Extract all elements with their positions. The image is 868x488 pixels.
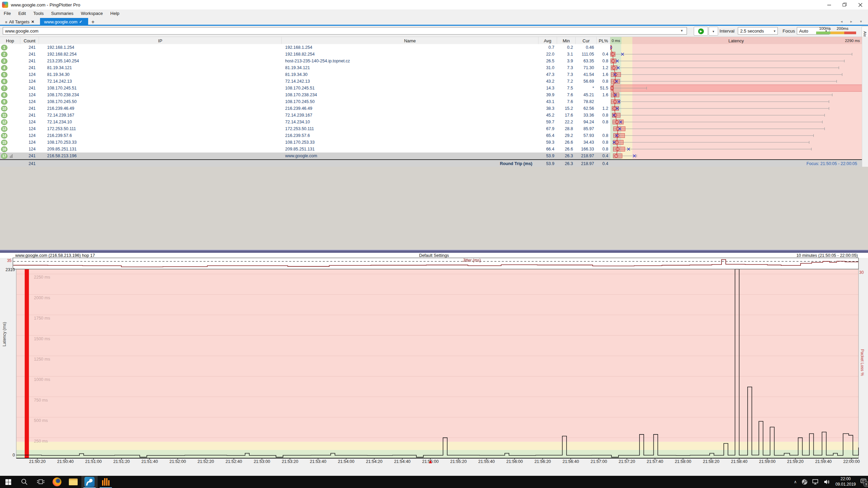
avg-cell: 59.7	[538, 119, 557, 125]
name-cell: 209.85.251.131	[282, 146, 538, 152]
windows-logo-icon	[5, 479, 11, 485]
name-cell: 108.170.253.33	[282, 139, 538, 146]
col-latency[interactable]: 0 ms Latency 2290 ms	[610, 37, 862, 44]
count-cell: 241	[20, 152, 39, 159]
x-tick-label: 21:57:40	[647, 459, 663, 464]
svg-text:1500 ms: 1500 ms	[34, 337, 50, 341]
hop-row-10[interactable]: 10241216.239.46.49216.239.46.4938.315.26…	[0, 105, 862, 112]
tab-all-targets-label: All Targets	[9, 19, 29, 24]
hop-row-6[interactable]: 612472.14.242.1372.14.242.1343.27.256.69…	[0, 78, 862, 85]
tray-chevron-icon[interactable]: ∧	[794, 480, 797, 484]
hop-row-17[interactable]: 17241216.58.213.196www.google.com53.926.…	[0, 152, 862, 159]
taskbar-explorer-button[interactable]	[65, 476, 81, 488]
min-cell: 26.3	[557, 152, 576, 159]
pl-cell	[597, 44, 610, 51]
col-ip[interactable]: IP	[39, 37, 282, 44]
hop-row-9[interactable]: 9124108.170.245.50108.170.245.5043.17.67…	[0, 98, 862, 105]
hop-row-14[interactable]: 14124216.239.57.6216.239.57.665.429.257.…	[0, 132, 862, 139]
firefox-icon	[53, 477, 61, 486]
timeline-graph[interactable]: 2250 ms2000 ms1750 ms1500 ms1250 ms1000 …	[0, 253, 868, 468]
pl-cell: 51.5	[597, 85, 610, 92]
play-dropdown-button[interactable]: ▾	[709, 27, 718, 36]
hop-row-13[interactable]: 13124172.253.50.111172.253.50.11167.928.…	[0, 125, 862, 132]
hop-cell: 17	[0, 152, 20, 159]
pl-cell	[597, 125, 610, 132]
hop-cell: 11	[0, 112, 20, 119]
action-center-button[interactable]: 3	[861, 479, 867, 485]
ip-cell: 172.253.50.111	[39, 125, 282, 132]
close-button[interactable]	[852, 0, 868, 9]
cur-cell: 57.93	[576, 132, 597, 139]
count-cell: 241	[20, 58, 39, 64]
target-dropdown-icon[interactable]: ▾	[681, 28, 683, 33]
tab-scroll-arrows[interactable]: ◂ ▸ ▾	[841, 19, 865, 24]
svg-text:500 ms: 500 ms	[34, 418, 48, 423]
interval-select[interactable]: 2.5 seconds ▾	[738, 27, 778, 35]
pl-cell: 0.8	[597, 58, 610, 64]
hop-row-2[interactable]: 2241192.168.82.254192.168.82.25422.03.11…	[0, 51, 862, 58]
panel-splitter[interactable]	[0, 250, 868, 253]
task-view-button[interactable]	[33, 476, 49, 488]
focus-marker[interactable]: ▲	[428, 459, 433, 465]
col-cur[interactable]: Cur	[576, 37, 597, 44]
empty-panel	[0, 167, 868, 250]
new-tab-button[interactable]: +	[88, 18, 98, 26]
menu-item-file[interactable]: File	[0, 11, 15, 16]
taskbar-pingplotter-button[interactable]	[81, 476, 98, 488]
cur-cell: 94.24	[576, 119, 597, 125]
menu-item-workspace[interactable]: Workspace	[77, 11, 106, 16]
legend-color-bar	[816, 32, 856, 34]
round-trip-row[interactable]: 241Round Trip (ms)53.926.3218.970.4Focus…	[0, 159, 862, 167]
table-header: Hop Count IP Name Avg Min Cur PL% 0 ms L…	[0, 37, 862, 45]
row-graph-icon	[10, 154, 13, 158]
col-name[interactable]: Name	[282, 37, 538, 44]
latency-cell	[610, 71, 862, 78]
x-tick-label: 21:56:40	[563, 459, 579, 464]
x-tick-label: 22:00:00	[843, 459, 860, 464]
focus-label: Focus	[783, 28, 795, 34]
hop-row-15[interactable]: 15124108.170.253.33108.170.253.3359.326.…	[0, 139, 862, 146]
hop-cell: 10	[0, 105, 20, 112]
tab-www-google-com[interactable]: www.google.com ✓	[40, 18, 88, 26]
menu-item-edit[interactable]: Edit	[15, 11, 29, 16]
target-input[interactable]	[3, 27, 687, 35]
hop-row-12[interactable]: 1212472.14.234.1072.14.234.1059.722.294.…	[0, 119, 862, 125]
taskbar-clock[interactable]: 22:00 09.01.2019	[835, 476, 856, 487]
start-button[interactable]	[0, 476, 16, 488]
hop-row-1[interactable]: 1241192.168.1.254192.168.1.2540.70.20.46	[0, 44, 862, 51]
hop-row-7[interactable]: 7241108.170.245.51108.170.245.5114.37.5*…	[0, 85, 862, 92]
ip-cell	[39, 160, 282, 167]
restore-button[interactable]	[837, 0, 852, 9]
menu-item-tools[interactable]: Tools	[29, 11, 47, 16]
steam-icon[interactable]	[802, 479, 808, 485]
taskbar-blackops4-button[interactable]	[98, 476, 114, 488]
taskbar-search-button[interactable]	[16, 476, 33, 488]
tab-all-targets[interactable]: ≡ All Targets ✕	[0, 18, 39, 26]
min-cell: 7.6	[557, 98, 576, 105]
cur-cell: 71.30	[576, 64, 597, 71]
volume-icon[interactable]	[824, 479, 831, 485]
col-avg[interactable]: Avg	[538, 37, 557, 44]
col-count[interactable]: Count	[20, 37, 39, 44]
close-tab-icon[interactable]: ✕	[31, 20, 34, 24]
menu-item-summaries[interactable]: Summaries	[47, 11, 77, 16]
hop-row-4[interactable]: 424181.19.34.12181.19.34.12131.07.371.30…	[0, 64, 862, 71]
min-cell: 15.2	[557, 105, 576, 112]
menu-item-help[interactable]: Help	[106, 11, 123, 16]
hop-row-11[interactable]: 1124172.14.239.16772.14.239.16745.217.63…	[0, 112, 862, 119]
min-cell: 26.3	[557, 160, 576, 167]
hop-row-16[interactable]: 16124209.85.251.131209.85.251.13166.426.…	[0, 146, 862, 152]
hop-row-3[interactable]: 3241213.235.140.254host-213-235-140-254.…	[0, 58, 862, 64]
col-pl[interactable]: PL%	[597, 37, 610, 44]
play-button[interactable]: ▶	[694, 27, 708, 36]
min-cell: 0.2	[557, 44, 576, 51]
hop-row-8[interactable]: 8124108.170.238.234108.170.238.23439.97.…	[0, 92, 862, 98]
taskbar-firefox-button[interactable]	[49, 476, 65, 488]
network-icon[interactable]	[812, 479, 819, 485]
minimize-button[interactable]	[821, 0, 837, 9]
col-hop[interactable]: Hop	[0, 37, 20, 44]
col-min[interactable]: Min	[557, 37, 576, 44]
cur-cell: 85.97	[576, 125, 597, 132]
name-cell: 81.19.34.121	[282, 64, 538, 71]
hop-row-5[interactable]: 512481.19.34.3081.19.34.3047.37.341.541.…	[0, 71, 862, 78]
